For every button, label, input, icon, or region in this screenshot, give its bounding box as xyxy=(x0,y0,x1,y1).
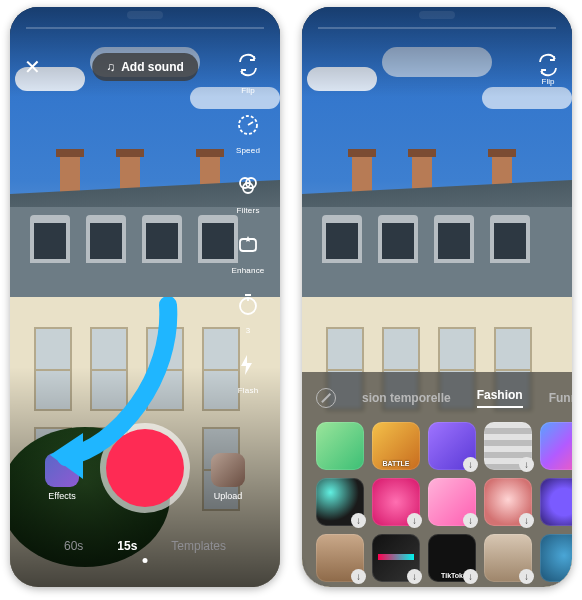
flash-icon xyxy=(236,353,260,377)
upload-button[interactable]: Upload xyxy=(208,453,248,501)
fx-violet-depth[interactable]: ↓ xyxy=(540,478,572,526)
enhance-icon xyxy=(236,233,260,257)
effects-button[interactable]: Effects xyxy=(42,453,82,501)
record-button[interactable] xyxy=(106,429,184,507)
download-icon: ↓ xyxy=(463,569,478,584)
flip-label: Flip xyxy=(536,77,560,86)
mode-selector: 60s 15s Templates xyxy=(10,539,280,553)
effects-grid: BATTLE↓↓↓↓↓↓↓↓↓↓TikTok↓↓↓ xyxy=(316,422,572,582)
flip-button[interactable]: Flip xyxy=(226,53,270,97)
fx-music-tiktok[interactable]: TikTok↓ xyxy=(428,534,476,582)
camera-tool-column: Flip Speed Filters Enhance 3 Flash xyxy=(226,53,270,413)
upload-label: Upload xyxy=(214,491,243,501)
fx-rainbow-bar[interactable]: ↓ xyxy=(372,534,420,582)
tab-partial-left[interactable]: sion temporelle xyxy=(362,391,451,405)
effect-tile-label: BATTLE xyxy=(372,460,420,467)
speed-label: Speed xyxy=(236,146,260,155)
mode-60s[interactable]: 60s xyxy=(64,539,83,553)
fx-pink-face[interactable]: ↓ xyxy=(372,478,420,526)
fx-tiktok-neon[interactable]: ↓ xyxy=(316,478,364,526)
mode-15s[interactable]: 15s xyxy=(117,539,137,553)
fx-purple-grid[interactable]: ↓ xyxy=(428,422,476,470)
add-sound-label: Add sound xyxy=(121,60,184,74)
fx-green-play[interactable] xyxy=(316,422,364,470)
filters-button[interactable]: Filters xyxy=(226,173,270,217)
fx-rose[interactable]: ↓ xyxy=(428,478,476,526)
download-icon: ↓ xyxy=(407,569,422,584)
no-effect-icon[interactable] xyxy=(316,388,336,408)
flip-icon xyxy=(536,53,560,77)
camera-screen-record: ✕ ♫ Add sound Flip Speed Filters Enhance xyxy=(10,7,280,587)
effects-label: Effects xyxy=(48,491,75,501)
fx-aqua-face[interactable]: ↓ xyxy=(540,534,572,582)
filters-icon xyxy=(236,173,260,197)
fx-outline-face[interactable]: ↓ xyxy=(484,478,532,526)
download-icon: ↓ xyxy=(463,457,478,472)
effects-icon xyxy=(45,453,79,487)
tab-fashion[interactable]: Fashion xyxy=(477,388,523,408)
flash-label: Flash xyxy=(238,386,259,395)
fx-battle[interactable]: BATTLE xyxy=(372,422,420,470)
mode-templates[interactable]: Templates xyxy=(171,539,226,553)
close-button[interactable]: ✕ xyxy=(24,57,41,77)
camera-screen-effects-panel: Flip sion temporelle Fashion Funny Editi… xyxy=(302,7,572,587)
download-icon: ↓ xyxy=(519,513,534,528)
fx-portrait[interactable]: ↓ xyxy=(316,534,364,582)
effects-category-tabs: sion temporelle Fashion Funny Editi xyxy=(302,382,572,414)
fx-gradient[interactable]: ↓ xyxy=(540,422,572,470)
download-icon: ↓ xyxy=(519,457,534,472)
flash-button[interactable]: Flash xyxy=(226,353,270,397)
enhance-button[interactable]: Enhance xyxy=(226,233,270,277)
tab-funny[interactable]: Funny xyxy=(549,391,572,405)
speed-button[interactable]: Speed xyxy=(226,113,270,157)
upload-thumbnail-icon xyxy=(211,453,245,487)
download-icon: ↓ xyxy=(351,569,366,584)
timer-label: 3 xyxy=(246,326,251,335)
mode-indicator-dot xyxy=(143,558,148,563)
flip-label: Flip xyxy=(241,86,255,95)
download-icon: ↓ xyxy=(519,569,534,584)
fx-statue[interactable]: ↓ xyxy=(484,534,532,582)
timer-button[interactable]: 3 xyxy=(226,293,270,337)
flip-icon xyxy=(236,53,260,77)
download-icon: ↓ xyxy=(463,513,478,528)
enhance-label: Enhance xyxy=(232,266,265,275)
filters-label: Filters xyxy=(236,206,259,215)
status-bar xyxy=(318,27,556,29)
speed-icon xyxy=(236,113,260,137)
status-bar xyxy=(26,27,264,29)
download-icon: ↓ xyxy=(351,513,366,528)
effects-panel: sion temporelle Fashion Funny Editi BATT… xyxy=(302,372,572,587)
timer-icon xyxy=(236,293,260,317)
music-note-icon: ♫ xyxy=(106,60,115,74)
fx-stripe-shirt[interactable]: ↓ xyxy=(484,422,532,470)
flip-button[interactable]: Flip xyxy=(536,53,560,86)
notch xyxy=(127,11,163,19)
add-sound-button[interactable]: ♫ Add sound xyxy=(92,53,198,81)
download-icon: ↓ xyxy=(407,513,422,528)
notch xyxy=(419,11,455,19)
